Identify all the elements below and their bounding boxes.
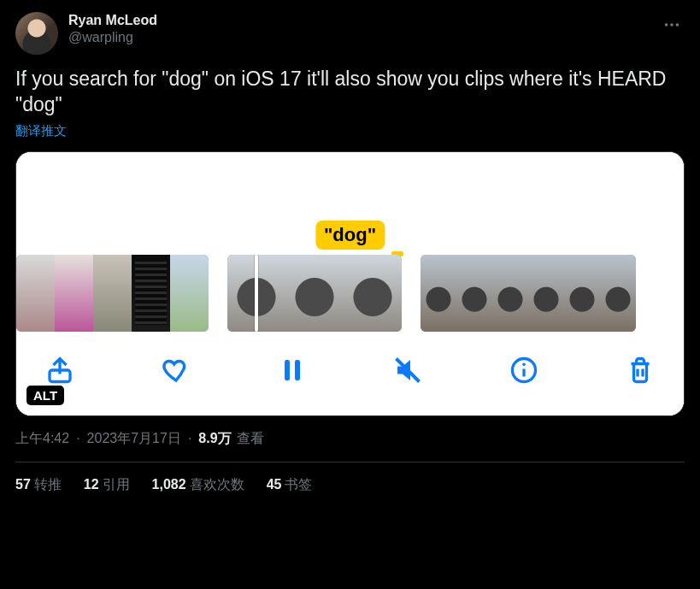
more-icon[interactable] [659, 12, 685, 41]
clip-thumb[interactable] [492, 255, 528, 332]
media-card[interactable]: "dog" [15, 151, 685, 416]
quotes[interactable]: 12引用 [84, 476, 130, 494]
timeline-strip[interactable] [16, 255, 684, 332]
share-icon[interactable] [40, 350, 79, 390]
clip-thumb[interactable] [344, 255, 402, 332]
svg-rect-4 [285, 360, 290, 380]
tweet-stats: 57转推 12引用 1,082喜欢次数 45书签 [15, 462, 685, 506]
pause-icon[interactable] [273, 350, 312, 390]
svg-point-0 [665, 23, 668, 27]
clip-thumb[interactable] [456, 255, 492, 332]
clip-group[interactable] [16, 255, 209, 332]
clip-group[interactable] [227, 255, 402, 332]
svg-point-1 [670, 23, 674, 27]
time[interactable]: 上午4:42 [15, 430, 69, 448]
trash-icon[interactable] [621, 350, 660, 390]
clip-thumb[interactable] [93, 255, 132, 332]
author-block[interactable]: Ryan McLeod @warpling [68, 12, 157, 46]
alt-badge[interactable]: ALT [26, 386, 64, 405]
clip-thumb[interactable] [600, 255, 636, 332]
clip-thumb[interactable] [285, 255, 344, 332]
translate-link[interactable]: 翻译推文 [15, 123, 67, 139]
tweet-body: If you search for "dog" on iOS 17 it'll … [15, 67, 685, 118]
likes[interactable]: 1,082喜欢次数 [152, 476, 244, 494]
svg-rect-5 [295, 360, 300, 380]
info-icon[interactable] [504, 350, 544, 390]
clip-group[interactable] [421, 255, 636, 332]
clip-thumb[interactable] [16, 255, 55, 332]
date[interactable]: 2023年7月17日 [87, 430, 181, 448]
clip-thumb[interactable] [564, 255, 600, 332]
separator-dot [186, 431, 193, 446]
separator-dot [74, 431, 81, 446]
retweets[interactable]: 57转推 [15, 476, 62, 494]
media-preview-area: "dog" [16, 152, 684, 255]
clip-thumb[interactable] [55, 255, 93, 332]
svg-point-9 [522, 362, 526, 366]
search-term-marker: "dog" [315, 221, 385, 250]
bookmarks[interactable]: 45书签 [267, 476, 313, 494]
clip-thumb[interactable] [528, 255, 564, 332]
avatar[interactable] [15, 12, 58, 55]
clip-thumb[interactable] [132, 255, 170, 332]
clip-thumb[interactable] [170, 255, 209, 332]
svg-point-2 [676, 23, 679, 27]
display-name: Ryan McLeod [68, 12, 157, 29]
tweet: Ryan McLeod @warpling If you search for … [0, 0, 700, 506]
tweet-meta: 上午4:42 2023年7月17日 8.9万 查看 [15, 430, 685, 448]
heart-icon[interactable] [156, 350, 196, 390]
handle: @warpling [68, 29, 157, 46]
media-toolbar [16, 332, 684, 415]
mute-icon[interactable] [388, 350, 427, 390]
views-label: 查看 [237, 430, 264, 448]
views-count: 8.9万 [198, 430, 231, 448]
tweet-header: Ryan McLeod @warpling [15, 12, 685, 55]
clip-thumb[interactable] [421, 255, 456, 332]
playhead-icon[interactable] [255, 255, 258, 332]
